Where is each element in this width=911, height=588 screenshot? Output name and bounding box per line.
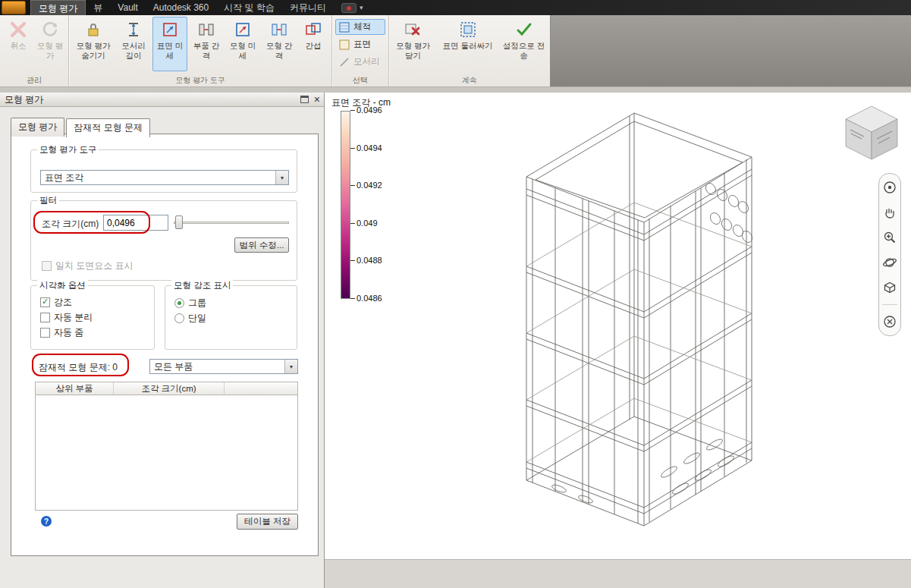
fragment-size-input[interactable] xyxy=(103,215,168,231)
close-evaluation-icon xyxy=(404,20,423,39)
issues-table-body[interactable] xyxy=(36,395,297,510)
tab-potential-model-issues[interactable]: 잠재적 모형 문제 xyxy=(66,118,150,137)
tab-community[interactable]: 커뮤니티 xyxy=(282,0,334,15)
ribbon: 취소 모형 평가 관리 모형 평가 숨기기 xyxy=(0,15,911,87)
send-to-settings-button[interactable]: 설정으로 전송 xyxy=(501,17,547,71)
size-slider[interactable] xyxy=(174,215,289,229)
undo-x-icon xyxy=(9,20,27,39)
checkbox-auto-separate[interactable]: 자동 분리 xyxy=(40,311,93,324)
model-fineness-icon xyxy=(234,20,252,39)
undo-button[interactable]: 취소 xyxy=(3,17,33,71)
ribbon-group-continue: 모형 평가 닫기 표면 둘러싸기 설정으로 전송 계속 xyxy=(388,15,550,86)
issues-table: 상위 부품 조각 크기(cm) xyxy=(35,382,298,511)
groupbox-eval-tool: 모형 평가 도구 표면 조각 xyxy=(30,149,297,193)
close-evaluation-button[interactable]: 모형 평가 닫기 xyxy=(392,17,435,71)
ribbon-group-manage: 취소 모형 평가 관리 xyxy=(0,15,68,86)
viewport[interactable]: 표면 조각 - cm 0.0496 0.0494 0.0492 0.049 0.… xyxy=(325,93,911,588)
interference-button[interactable]: 간섭 xyxy=(298,17,328,71)
radio-group[interactable]: 그룹 xyxy=(174,297,206,310)
model-evaluation-panel: 모형 평가 모형 평가 잠재적 모형 문제 모형 평가 도구 표면 조각 필터 … xyxy=(0,93,325,588)
radio-icon xyxy=(174,298,184,308)
titlebar-badge-icon[interactable] xyxy=(341,3,357,13)
slider-thumb[interactable] xyxy=(175,215,183,229)
part-gap-button[interactable]: 부품 간격 xyxy=(189,17,224,71)
refresh-arrows-icon xyxy=(41,20,59,39)
checkmark-icon xyxy=(515,20,533,39)
pan-hand-icon[interactable] xyxy=(881,204,898,221)
select-surface-button[interactable]: 표면 xyxy=(335,36,385,52)
edit-range-button[interactable]: 범위 수정... xyxy=(234,237,289,253)
full-navigation-wheel-icon[interactable] xyxy=(881,179,898,196)
select-edge-button[interactable]: 모서리 xyxy=(335,54,385,70)
checkbox-highlight[interactable]: 강조 xyxy=(40,296,72,309)
parts-filter-dropdown[interactable]: 모든 부품 xyxy=(149,359,298,374)
chevron-down-icon[interactable] xyxy=(360,4,363,11)
checkbox-match-geometry[interactable]: 일치 도면요소 표시 xyxy=(42,259,134,272)
panel-close-icon[interactable] xyxy=(314,95,320,104)
model-fineness-button[interactable]: 모형 미세 xyxy=(225,17,260,71)
eval-tool-dropdown[interactable]: 표면 조각 xyxy=(40,170,289,185)
slider-track xyxy=(174,222,289,224)
zoom-icon[interactable] xyxy=(881,229,898,246)
groupbox-visualization: 시각화 옵션 강조 자동 분리 자동 줌 xyxy=(30,285,155,350)
edge-length-button[interactable]: 모서리 길이 xyxy=(116,17,151,71)
group-label-select: 선택 xyxy=(335,75,385,86)
checkbox-auto-zoom[interactable]: 자동 줌 xyxy=(40,326,83,339)
issues-table-header: 상위 부품 조각 크기(cm) xyxy=(36,382,297,395)
chevron-down-icon xyxy=(275,171,288,184)
surface-wrap-button[interactable]: 표면 둘러싸기 xyxy=(436,17,500,71)
edge-length-icon xyxy=(124,20,143,39)
groupbox-visualization-label: 시각화 옵션 xyxy=(37,280,88,291)
look-at-icon[interactable] xyxy=(881,279,898,296)
checkbox-box-icon xyxy=(40,313,50,322)
ribbon-panel-gap xyxy=(0,87,911,93)
group-label-continue: 계속 xyxy=(392,75,547,86)
volume-icon xyxy=(339,22,350,33)
chevron-down-icon xyxy=(284,360,297,373)
lock-icon xyxy=(84,20,102,39)
edge-icon xyxy=(339,57,350,68)
groupbox-highlight-display: 모형 강조 표시 그룹 단일 xyxy=(165,285,297,350)
groupbox-highlight-label: 모형 강조 표시 xyxy=(171,280,233,291)
hide-evaluation-button[interactable]: 모형 평가 숨기기 xyxy=(72,17,115,71)
model-gap-button[interactable]: 모형 간격 xyxy=(262,17,297,71)
canvas-bottom-strip xyxy=(325,559,911,588)
fragment-size-label: 조각 크기(cm) xyxy=(42,218,99,231)
view-cube[interactable] xyxy=(841,102,902,162)
groupbox-filter-label: 필터 xyxy=(37,195,59,206)
column-fragment-size[interactable]: 조각 크기(cm) xyxy=(114,382,225,395)
checkbox-box-icon xyxy=(40,328,50,338)
surface-fineness-button[interactable]: 표면 미세 xyxy=(152,17,187,71)
tab-vault[interactable]: Vault xyxy=(110,0,145,15)
potential-issues-count: 잠재적 모형 문제: 0 xyxy=(39,361,118,374)
navbar-menu-icon[interactable] xyxy=(881,313,898,330)
save-table-button[interactable]: 테이블 저장 xyxy=(237,514,298,530)
tab-autodesk-360[interactable]: Autodesk 360 xyxy=(146,0,216,15)
application-menu-button[interactable] xyxy=(2,1,26,14)
dock-window-icon[interactable] xyxy=(300,96,309,103)
select-volume-button[interactable]: 체적 xyxy=(335,19,385,35)
ribbon-empty-area xyxy=(550,15,911,86)
tab-get-started[interactable]: 시작 및 학습 xyxy=(216,0,282,15)
checkbox-box-icon xyxy=(42,261,52,271)
panel-titlebar: 모형 평가 xyxy=(0,93,324,107)
radio-single[interactable]: 단일 xyxy=(174,312,206,325)
tab-model-evaluation[interactable]: 모형 평가 xyxy=(30,0,86,15)
column-parent-part[interactable]: 상위 부품 xyxy=(36,382,114,395)
model-evaluate-button[interactable]: 모형 평가 xyxy=(35,17,65,71)
help-icon[interactable] xyxy=(41,516,52,527)
checkbox-box-icon xyxy=(40,297,50,307)
part-gap-icon xyxy=(197,20,215,39)
panel-content: 모형 평가 도구 표면 조각 필터 조각 크기(cm) 범위 수정... 일치 … xyxy=(11,134,319,556)
orbit-icon[interactable] xyxy=(881,254,898,271)
model-gap-icon xyxy=(270,20,288,39)
groupbox-eval-tool-label: 모형 평가 도구 xyxy=(37,144,99,156)
tab-model-eval[interactable]: 모형 평가 xyxy=(11,118,64,137)
model-wireframe[interactable] xyxy=(325,93,911,559)
navbar-separator xyxy=(882,304,897,305)
tab-view[interactable]: 뷰 xyxy=(86,0,110,15)
panel-title: 모형 평가 xyxy=(5,93,43,106)
ribbon-group-select: 체적 표면 모서리 선택 xyxy=(331,15,388,86)
titlebar: 모형 평가 뷰 Vault Autodesk 360 시작 및 학습 커뮤니티 xyxy=(0,0,911,15)
radio-icon xyxy=(174,313,184,323)
